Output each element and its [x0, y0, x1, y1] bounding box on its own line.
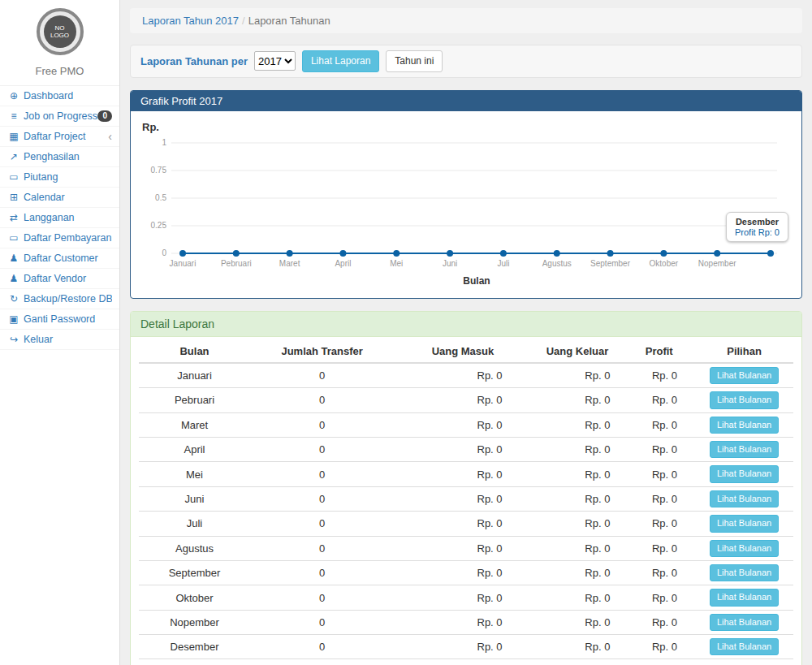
- view-month-button-desember[interactable]: Lihat Bulanan: [710, 638, 779, 655]
- svg-text:Juli: Juli: [497, 259, 509, 268]
- view-month-button-oktober[interactable]: Lihat Bulanan: [710, 589, 779, 606]
- profit-chart-svg: 10.750.50.250JanuariPebruariMaretAprilMe…: [142, 135, 790, 294]
- sidebar-item-label: Langganan: [24, 212, 112, 223]
- svg-text:Juni: Juni: [443, 259, 457, 268]
- sidebar-item-label: Daftar Pembayaran: [24, 232, 112, 244]
- month-cell: Mei: [139, 462, 250, 486]
- logo: NO LOGO: [0, 0, 119, 58]
- action-cell: Lihat Bulanan: [695, 388, 793, 412]
- view-month-button-maret[interactable]: Lihat Bulanan: [710, 417, 779, 434]
- month-cell: September: [139, 560, 250, 585]
- sidebar-item-ganti-password[interactable]: ▣Ganti Password: [0, 309, 119, 330]
- breadcrumb-link-laporan-tahun[interactable]: Laporan Tahun 2017: [142, 15, 239, 27]
- sidebar-item-daftar-project[interactable]: ▦Daftar Project‹: [0, 127, 119, 147]
- year-select[interactable]: 2017: [254, 51, 296, 71]
- month-cell: Nopember: [139, 610, 250, 634]
- view-month-button-nopember[interactable]: Lihat Bulanan: [710, 614, 779, 631]
- view-month-button-agustus[interactable]: Lihat Bulanan: [710, 540, 779, 557]
- logo-text: NO LOGO: [44, 15, 76, 48]
- report-row-januari: Januari0Rp. 0Rp. 0Rp. 0Lihat Bulanan: [139, 363, 793, 388]
- app-window: NO LOGO Free PMO ⊕Dashboard≡Job on Progr…: [0, 0, 812, 665]
- transfer-cell: 0: [250, 388, 394, 412]
- breadcrumb-current: Laporan Tahunan: [248, 15, 330, 27]
- transfer-cell: 0: [250, 512, 394, 536]
- month-cell: April: [139, 437, 250, 461]
- action-cell: Lihat Bulanan: [695, 512, 793, 536]
- profit-chart: Rp. 10.750.50.250JanuariPebruariMaretApr…: [131, 111, 801, 298]
- month-cell: Desember: [139, 635, 250, 659]
- transfer-cell: 0: [250, 437, 394, 461]
- uang-masuk-cell: Rp. 0: [394, 486, 531, 511]
- sidebar-item-label: Piutang: [24, 171, 112, 183]
- transfer-cell: 0: [250, 462, 394, 486]
- brand-name: Free PMO: [0, 58, 119, 85]
- chart-tooltip: Desember Profit Rp: 0: [726, 212, 788, 242]
- svg-text:0.25: 0.25: [151, 221, 167, 230]
- sidebar-item-label: Dashboard: [24, 90, 112, 101]
- this-year-button[interactable]: Tahun ini: [386, 50, 443, 72]
- report-body: Januari0Rp. 0Rp. 0Rp. 0Lihat BulananPebr…: [139, 363, 793, 665]
- view-month-button-april[interactable]: Lihat Bulanan: [710, 441, 779, 458]
- sidebar-item-backup-restore-db[interactable]: ↻Backup/Restore DB: [0, 289, 119, 309]
- svg-text:0.75: 0.75: [151, 166, 167, 175]
- sidebar-item-daftar-pembayaran[interactable]: ▭Daftar Pembayaran: [0, 228, 119, 248]
- uang-masuk-cell: Rp. 0: [394, 585, 531, 610]
- view-month-button-januari[interactable]: Lihat Bulanan: [710, 367, 779, 384]
- view-month-button-pebruari[interactable]: Lihat Bulanan: [710, 391, 779, 408]
- sidebar-item-daftar-customer[interactable]: ♟Daftar Customer: [0, 248, 119, 269]
- action-cell: [695, 659, 793, 665]
- view-month-button-juli[interactable]: Lihat Bulanan: [710, 515, 779, 532]
- sidebar-item-penghasilan[interactable]: ↗Penghasilan: [0, 147, 119, 167]
- uang-keluar-cell: Rp. 0: [532, 437, 624, 461]
- sidebar-item-label: Daftar Customer: [24, 253, 112, 264]
- chart-tooltip-title: Desember: [735, 217, 780, 227]
- profit-cell: Rp. 0: [623, 486, 695, 511]
- action-cell: Lihat Bulanan: [695, 437, 793, 461]
- column-header-uang-keluar: Uang Keluar: [532, 340, 624, 363]
- main-content: Laporan Tahun 2017/Laporan Tahunan Lapor…: [120, 0, 812, 665]
- column-header-bulan: Bulan: [139, 340, 250, 363]
- uang-keluar-cell: Rp. 0: [532, 585, 624, 610]
- uang-masuk-cell: Rp. 0: [394, 363, 531, 388]
- users-icon: ♟: [7, 273, 20, 284]
- month-cell: Januari: [139, 363, 250, 388]
- report-row-mei: Mei0Rp. 0Rp. 0Rp. 0Lihat Bulanan: [139, 462, 793, 486]
- logo-circle: NO LOGO: [37, 8, 84, 55]
- view-month-button-juni[interactable]: Lihat Bulanan: [710, 490, 779, 507]
- sidebar-item-langganan[interactable]: ⇄Langganan: [0, 208, 119, 228]
- dashboard-icon: ⊕: [7, 90, 20, 101]
- report-header-row: BulanJumlah TransferUang MasukUang Kelua…: [139, 340, 793, 363]
- report-row-pebruari: Pebruari0Rp. 0Rp. 0Rp. 0Lihat Bulanan: [139, 388, 793, 412]
- sidebar-item-dashboard[interactable]: ⊕Dashboard: [0, 86, 119, 106]
- sidebar-item-calendar[interactable]: ⊞Calendar: [0, 188, 119, 208]
- uang-keluar-cell: Rp. 0: [532, 486, 624, 511]
- uang-masuk-cell: Rp. 0: [394, 560, 531, 585]
- report-row-nopember: Nopember0Rp. 0Rp. 0Rp. 0Lihat Bulanan: [139, 610, 793, 634]
- month-cell: Juni: [139, 486, 250, 511]
- uang-masuk-cell: Rp. 0: [394, 610, 531, 634]
- profit-cell: Rp. 0: [623, 363, 695, 388]
- profit-cell: Rp. 0: [623, 512, 695, 536]
- report-table: BulanJumlah TransferUang MasukUang Kelua…: [139, 340, 793, 665]
- total-uang-masuk-cell: Rp. 0: [394, 659, 531, 665]
- view-month-button-mei[interactable]: Lihat Bulanan: [710, 465, 779, 482]
- view-report-button[interactable]: Lihat Laporan: [302, 50, 379, 72]
- action-cell: Lihat Bulanan: [695, 610, 793, 634]
- sidebar-item-job-on-progress[interactable]: ≡Job on Progress0: [0, 106, 119, 127]
- uang-masuk-cell: Rp. 0: [394, 437, 531, 461]
- column-header-profit: Profit: [623, 340, 695, 363]
- sidebar-item-label: Backup/Restore DB: [24, 293, 112, 304]
- view-month-button-september[interactable]: Lihat Bulanan: [710, 564, 779, 581]
- transfer-cell: 0: [250, 536, 394, 560]
- profit-cell: Rp. 0: [623, 610, 695, 634]
- report-row-desember: Desember0Rp. 0Rp. 0Rp. 0Lihat Bulanan: [139, 635, 793, 659]
- svg-text:0: 0: [162, 248, 166, 257]
- uang-keluar-cell: Rp. 0: [532, 610, 624, 634]
- sidebar-item-label: Keluar: [24, 334, 112, 345]
- sidebar-item-label: Penghasilan: [24, 151, 112, 162]
- sidebar-item-piutang[interactable]: ▭Piutang: [0, 167, 119, 188]
- sidebar-item-daftar-vendor[interactable]: ♟Daftar Vendor: [0, 269, 119, 289]
- uang-keluar-cell: Rp. 0: [532, 512, 624, 536]
- sidebar-item-keluar[interactable]: ↪Keluar: [0, 330, 119, 350]
- action-cell: Lihat Bulanan: [695, 536, 793, 560]
